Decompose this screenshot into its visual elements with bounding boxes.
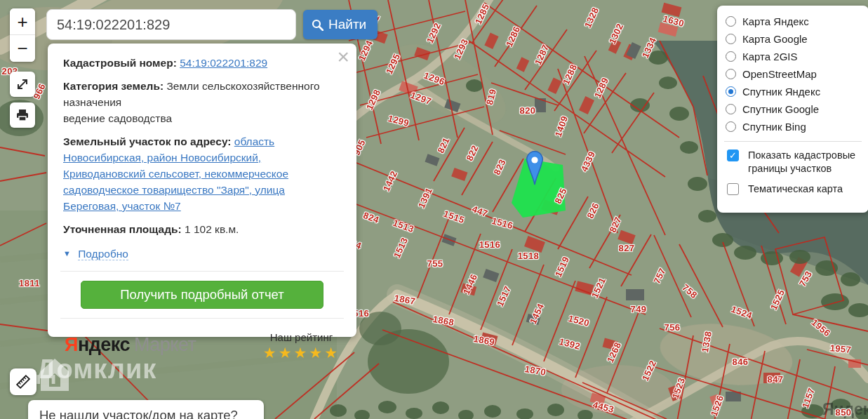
layer-option-label: Карта Яндекс [742, 15, 809, 27]
card-footer: ЯндексМаркет Наш рейтинг ★★★★★ [63, 328, 341, 361]
layer-option-label: OpenStreetMap [742, 68, 817, 80]
measure-ruler-button[interactable] [10, 368, 36, 395]
close-icon[interactable]: × [337, 46, 349, 67]
layer-option-3[interactable]: OpenStreetMap [726, 65, 860, 83]
checkbox-checked-icon[interactable]: ✓ [727, 149, 739, 161]
land-use-value: ведение садоводства [63, 110, 341, 126]
layer-checkboxes: ✓Показать кадастровые границы участковТе… [726, 149, 860, 196]
address-label: Земельный участок по адресу: [63, 135, 231, 147]
layer-checkbox-0[interactable]: ✓Показать кадастровые границы участков [726, 149, 860, 175]
layer-options: Карта ЯндексКарта GoogleКарта 2GISOpenSt… [726, 13, 860, 135]
layer-option-6[interactable]: Спутник Bing [726, 118, 860, 135]
zoom-in-button[interactable]: + [10, 8, 35, 35]
land-category-row: Категория земель: Земли сельскохозяйстве… [63, 78, 341, 126]
radio-selected-icon[interactable] [726, 86, 736, 97]
zoom-out-button[interactable]: − [10, 35, 35, 62]
get-report-button[interactable]: Получить подробный отчет [81, 281, 323, 309]
rating-block: Наш рейтинг ★★★★★ [263, 329, 340, 361]
radio-icon[interactable] [726, 69, 736, 79]
layer-option-1[interactable]: Карта Google [726, 30, 860, 48]
brand-name: ндекс [78, 334, 130, 355]
find-button[interactable]: Найти [303, 10, 378, 39]
expand-icon [15, 77, 29, 91]
rating-stars: ★★★★★ [263, 345, 340, 361]
map-layers-panel: Карта ЯндексКарта GoogleКарта 2GISOpenSt… [717, 6, 868, 213]
checkbox-label: Показать кадастровые границы участков [748, 149, 860, 175]
yandex-market-logo: ЯндексМаркет [65, 337, 196, 353]
print-button[interactable] [10, 102, 35, 128]
checkbox-icon[interactable] [727, 183, 739, 195]
brand-suffix: Маркет [134, 334, 196, 355]
ruler-icon [15, 373, 32, 390]
parcel-info-card: × Кадастровый номер: 54:19:022201:829 Ка… [48, 44, 356, 337]
divider [60, 271, 344, 272]
layer-option-5[interactable]: Спутник Google [726, 100, 860, 118]
area-row: Уточненная площадь: 1 102 кв.м. [63, 221, 341, 237]
printer-icon [15, 108, 29, 122]
area-value: 1 102 кв.м. [185, 223, 239, 235]
not-found-question-bar[interactable]: Не нашли участок/дом на карте? [28, 400, 264, 419]
layer-option-4[interactable]: Спутник Яндекс [726, 83, 860, 100]
layer-option-label: Спутник Яндекс [742, 86, 820, 98]
brand-letter: Я [65, 334, 78, 355]
find-button-label: Найти [328, 17, 366, 32]
divider [60, 318, 344, 319]
cadastral-number-link[interactable]: 54:19:022201:829 [180, 57, 267, 69]
layer-option-label: Спутник Bing [742, 121, 806, 133]
radio-icon[interactable] [726, 121, 736, 132]
chevron-down-icon: ▼ [63, 249, 71, 258]
radio-icon[interactable] [726, 16, 736, 27]
details-link[interactable]: Подробно [78, 248, 128, 260]
layer-option-label: Карта 2GIS [742, 51, 798, 62]
radio-icon[interactable] [726, 34, 736, 44]
land-category-label: Категория земель: [63, 80, 163, 92]
cadastral-number-label: Кадастровый номер: [63, 57, 177, 69]
checkbox-label: Тематическая карта [748, 182, 843, 196]
search-icon [312, 19, 323, 31]
radio-icon[interactable] [726, 51, 736, 62]
layer-checkbox-1[interactable]: Тематическая карта [726, 182, 860, 196]
layer-option-2[interactable]: Карта 2GIS [726, 48, 860, 65]
layer-option-label: Карта Google [742, 33, 808, 45]
cadastral-map-viewer: 2039661811129112921293129412951296129712… [0, 0, 868, 419]
cadastral-number-row: Кадастровый номер: 54:19:022201:829 [63, 55, 341, 71]
area-label: Уточненная площадь: [63, 223, 182, 235]
layer-option-label: Спутник Google [742, 103, 819, 115]
layer-option-0[interactable]: Карта Яндекс [726, 13, 860, 30]
zoom-controls: + − [10, 8, 35, 62]
address-row: Земельный участок по адресу: область Нов… [63, 133, 341, 214]
search-input[interactable] [46, 9, 296, 40]
fullscreen-button[interactable] [10, 72, 35, 97]
rating-label: Наш рейтинг [263, 329, 340, 345]
radio-icon[interactable] [726, 104, 736, 114]
details-row: ▼ Подробно [63, 246, 341, 262]
divider [724, 141, 862, 142]
